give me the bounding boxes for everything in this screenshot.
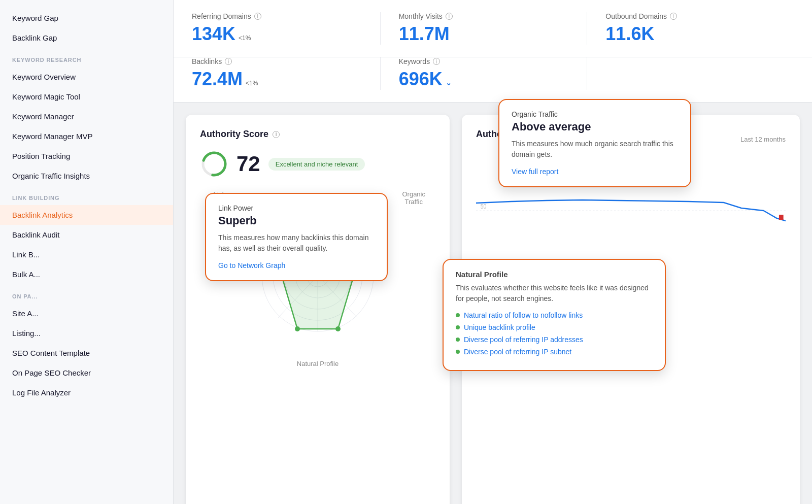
stat-label-keywords: Keywords [399,57,430,65]
stat-keywords: Keywords i 696K ⌄ [399,57,588,90]
sidebar-item-keyword-overview[interactable]: Keyword Overview [0,67,173,87]
tooltip-natural-description: This evaluates whether this website feel… [456,283,653,304]
sidebar: Keyword Gap Backlink Gap KEYWORD RESEARC… [0,0,174,504]
stats-bar-second: Backlinks i 72.4M <1% Keywords i 696K ⌄ [174,57,812,103]
authority-score-card: Authority Score i 72 Excellent and niche… [186,115,450,504]
radar-label-organic-traffic: OrganicTraffic [402,190,425,206]
tooltip-organic-title: Above average [512,120,678,133]
radar-label-natural-profile: Natural Profile [297,360,339,367]
green-dot-icon-2 [456,338,460,342]
tooltip-organic-category: Organic Traffic [512,110,678,118]
stat-value-outbound-domains: 11.6K [605,23,654,45]
sidebar-item-keyword-gap[interactable]: Keyword Gap [0,8,173,28]
info-icon-authority-score[interactable]: i [273,131,280,138]
stat-label-outbound-domains: Outbound Domains [605,12,667,20]
stat-value-monthly-visits: 11.7M [399,23,450,45]
stat-backlinks: Backlinks i 72.4M <1% [192,57,381,90]
svg-text:50: 50 [481,203,487,210]
sidebar-item-listing-management[interactable]: Listing... [0,323,173,343]
trend-period: Last 12 months [740,136,786,143]
svg-point-15 [295,326,300,331]
tooltip-natural-profile: Natural Profile This evaluates whether t… [443,259,666,371]
sidebar-section-on-page: ON PA... [0,284,173,304]
stat-outbound-domains: Outbound Domains i 11.6K [605,12,794,45]
tooltip-natural-item-3[interactable]: Diverse pool of referring IP subnet [456,348,653,356]
green-dot-icon-0 [456,313,460,317]
stat-label-backlinks: Backlinks [192,57,222,65]
authority-score-card-title: Authority Score i [200,129,435,140]
sidebar-item-link-building[interactable]: Link B... [0,245,173,264]
sidebar-item-keyword-magic-tool[interactable]: Keyword Magic Tool [0,87,173,107]
sidebar-section-link-building: LINK BUILDING [0,186,173,205]
score-circle [200,150,228,178]
chevron-down-icon-keywords[interactable]: ⌄ [446,79,452,87]
tooltip-natural-item-2[interactable]: Diverse pool of referring IP addresses [456,335,653,344]
sidebar-item-on-page-seo-checker[interactable]: On Page SEO Checker [0,363,173,383]
stat-label-referring-domains: Referring Domains [192,12,251,20]
sidebar-item-log-file-analyzer[interactable]: Log File Analyzer [0,383,173,402]
stat-value-keywords: 696K [399,69,443,90]
info-icon-outbound-domains[interactable]: i [670,13,677,20]
authority-score-row: 72 Excellent and niche relevant [200,150,435,178]
main-content: Referring Domains i 134K <1% Monthly Vis… [174,0,812,504]
authority-score-badge: Excellent and niche relevant [268,158,365,171]
green-dot-icon-3 [456,350,460,354]
view-full-report-link[interactable]: View full report [512,167,558,176]
go-to-network-graph-link[interactable]: Go to Network Graph [218,261,285,270]
info-icon-monthly-visits[interactable]: i [446,13,453,20]
sidebar-item-backlink-gap[interactable]: Backlink Gap [0,28,173,48]
sidebar-item-site-audit[interactable]: Site A... [0,304,173,323]
authority-score-number: 72 [236,152,260,176]
sidebar-section-keyword-research: KEYWORD RESEARCH [0,48,173,67]
sidebar-item-keyword-manager[interactable]: Keyword Manager [0,107,173,126]
sidebar-item-organic-traffic-insights[interactable]: Organic Traffic Insights [0,166,173,186]
info-icon-keywords[interactable]: i [433,58,440,65]
sidebar-item-seo-content-template[interactable]: SEO Content Template [0,343,173,363]
sidebar-item-bulk-analysis[interactable]: Bulk A... [0,264,173,284]
sidebar-item-backlink-audit[interactable]: Backlink Audit [0,225,173,245]
info-icon-backlinks[interactable]: i [225,58,232,65]
stat-value-backlinks: 72.4M [192,69,243,90]
tooltip-link-power-description: This measures how many backlinks this do… [218,232,375,254]
info-icon-referring-domains[interactable]: i [254,13,261,20]
stat-badge-backlinks: <1% [246,80,258,87]
sidebar-item-backlink-analytics[interactable]: Backlink Analytics [0,205,173,225]
stat-monthly-visits: Monthly Visits i 11.7M [399,12,588,45]
tooltip-link-power: Link Power Superb This measures how many… [205,193,388,281]
stats-bar: Referring Domains i 134K <1% Monthly Vis… [174,0,812,57]
sidebar-item-keyword-manager-mvp[interactable]: Keyword Manager MVP [0,126,173,146]
stat-placeholder [605,57,794,90]
stat-value-referring-domains: 134K [192,23,235,45]
tooltip-natural-item-1[interactable]: Unique backlink profile [456,323,653,331]
sidebar-item-position-tracking[interactable]: Position Tracking [0,146,173,166]
stat-badge-referring-domains: <1% [239,35,251,42]
tooltip-natural-item-0[interactable]: Natural ratio of follow to nofollow link… [456,311,653,319]
stat-label-monthly-visits: Monthly Visits [399,12,443,20]
svg-rect-19 [779,215,784,220]
stat-referring-domains: Referring Domains i 134K <1% [192,12,381,45]
tooltip-link-power-title: Superb [218,214,375,227]
tooltip-organic-description: This measures how much organic search tr… [512,139,678,160]
svg-point-14 [335,326,341,331]
tooltip-natural-category: Natural Profile [456,270,653,279]
tooltip-organic-traffic: Organic Traffic Above average This measu… [498,99,691,187]
green-dot-icon-1 [456,325,460,329]
tooltip-link-power-category: Link Power [218,204,375,212]
